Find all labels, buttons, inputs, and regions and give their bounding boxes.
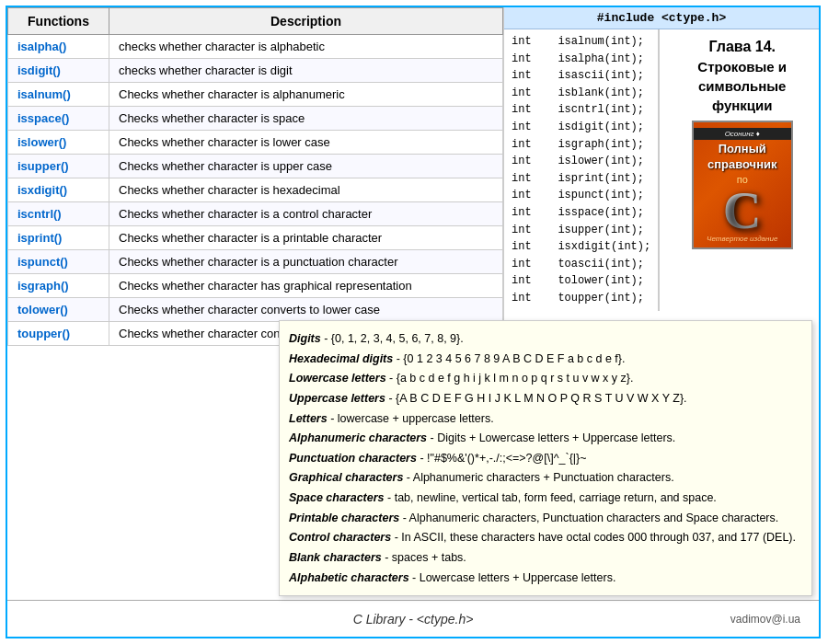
book-publisher: Осонинг ♦	[694, 128, 791, 140]
func-desc-cell: Checks whether character converts to low…	[109, 298, 503, 322]
func-desc-cell: Checks whether character is lower case	[109, 131, 503, 155]
code-func: isascii(int);	[545, 67, 650, 85]
col-functions-header: Functions	[8, 8, 109, 35]
func-name-cell: isupper()	[8, 155, 109, 178]
code-type: int	[512, 238, 545, 256]
code-func: isspace(int);	[545, 204, 650, 222]
code-type: int	[512, 85, 545, 102]
tooltip-line: Printable characters - Alphanumeric char…	[289, 509, 802, 528]
func-desc-cell: Checks whether character has graphical r…	[109, 274, 503, 298]
tooltip-overlay: Digits - {0, 1, 2, 3, 4, 5, 6, 7, 8, 9}.…	[279, 320, 812, 596]
func-name-cell: isxdigit()	[8, 178, 109, 202]
code-func: isxdigit(int);	[545, 238, 650, 256]
func-desc-cell: Checks whether character is a punctuatio…	[109, 250, 503, 274]
func-desc-cell: Checks whether character is upper case	[109, 155, 503, 178]
tooltip-line: Lowercase letters - {a b c d e f g h i j…	[289, 369, 802, 388]
book-title2: справочник	[707, 157, 777, 172]
code-type: int	[512, 101, 545, 119]
tooltip-line: Letters - lowercase + uppercase letters.	[289, 409, 802, 429]
func-name-cell: isspace()	[8, 107, 109, 131]
func-desc-cell: Checks whether character is space	[109, 107, 503, 131]
chapter-box: Глава 14. Строковые и символьные функции…	[659, 29, 819, 311]
code-func: isalpha(int);	[545, 51, 650, 68]
code-type: int	[512, 272, 545, 290]
tooltip-line: Digits - {0, 1, 2, 3, 4, 5, 6, 7, 8, 9}.	[289, 329, 802, 349]
tooltip-line: Punctuation characters - !"#$%&'()*+,-./…	[289, 449, 802, 468]
book-letter: C	[723, 187, 762, 235]
func-name-cell: ispunct()	[8, 250, 109, 274]
type-column: intintintintintintintintintintintintinti…	[512, 33, 545, 307]
tooltip-line: Alphanumeric characters - Digits + Lower…	[289, 429, 802, 448]
func-desc-cell: Checks whether character is hexadecimal	[109, 178, 503, 202]
code-func: isgraph(int);	[545, 136, 650, 154]
code-func: toascii(int);	[545, 256, 650, 273]
code-type: int	[512, 153, 545, 170]
func-desc-cell: checks whether character is digit	[109, 59, 503, 83]
code-func: isdigit(int);	[545, 119, 650, 136]
code-func: isupper(int);	[545, 222, 650, 239]
code-type: int	[512, 170, 545, 188]
func-name-cell: tolower()	[8, 298, 109, 322]
code-type: int	[512, 67, 545, 85]
code-type: int	[512, 187, 545, 204]
code-type: int	[512, 256, 545, 273]
chapter-title: Глава 14. Строковые и символьные функции	[667, 37, 817, 115]
col-description-header: Description	[109, 8, 503, 35]
tooltip-line: Control characters - In ASCII, these cha…	[289, 528, 802, 547]
func-name-cell: isalpha()	[8, 35, 109, 59]
func-name-cell: isalnum()	[8, 83, 109, 107]
func-name-cell: isgraph()	[8, 274, 109, 298]
functions-table: Functions Description isalpha()checks wh…	[7, 7, 503, 346]
func-desc-cell: Checks whether character is a printable …	[109, 226, 503, 250]
func-name-cell: isdigit()	[8, 59, 109, 83]
footer: C Library - <ctype.h> vadimov@i.ua	[7, 600, 819, 637]
code-type: int	[512, 136, 545, 154]
tooltip-line: Graphical characters - Alphanumeric char…	[289, 468, 802, 488]
tooltip-line: Space characters - tab, newline, vertica…	[289, 489, 802, 508]
code-func: toupper(int);	[545, 290, 650, 307]
footer-right-text: vadimov@i.ua	[730, 613, 800, 626]
code-functions-list: intintintintintintintintintintintintinti…	[504, 29, 658, 311]
code-type: int	[512, 290, 545, 307]
code-type: int	[512, 119, 545, 136]
right-top-area: intintintintintintintintintintintintinti…	[504, 29, 819, 311]
code-type: int	[512, 204, 545, 222]
tooltip-line: Alphabetic characters - Lowercase letter…	[289, 569, 802, 588]
book-cover: Осонинг ♦ Полный справочник по C Четверт…	[692, 121, 793, 249]
code-type: int	[512, 222, 545, 239]
main-container: Functions Description isalpha()checks wh…	[6, 6, 821, 638]
func-name-cell: toupper()	[8, 322, 109, 346]
tooltip-line: Uppercase letters - {A B C D E F G H I J…	[289, 389, 802, 408]
code-func: isalnum(int);	[545, 33, 650, 51]
tooltip-line: Hexadecimal digits - {0 1 2 3 4 5 6 7 8 …	[289, 350, 802, 369]
book-title1: Полный	[719, 142, 766, 156]
func-name-cell: iscntrl()	[8, 202, 109, 226]
code-func: tolower(int);	[545, 272, 650, 290]
code-column: intintintintintintintintintintintintinti…	[504, 29, 659, 311]
func-desc-cell: checks whether character is alphabetic	[109, 35, 503, 59]
name-column: isalnum(int); isalpha(int); isascii(int)…	[545, 33, 650, 307]
footer-center-text: C Library - <ctype.h>	[353, 612, 474, 627]
tooltip-line: Blank characters - spaces + tabs.	[289, 548, 802, 568]
code-type: int	[512, 51, 545, 68]
code-func: ispunct(int);	[545, 187, 650, 204]
func-desc-cell: Checks whether character is alphanumeric	[109, 83, 503, 107]
include-header: #include <ctype.h>	[504, 7, 819, 29]
code-func: iscntrl(int);	[545, 101, 650, 119]
code-type: int	[512, 33, 545, 51]
func-name-cell: isprint()	[8, 226, 109, 250]
func-name-cell: islower()	[8, 131, 109, 155]
code-func: isblank(int);	[545, 85, 650, 102]
code-func: isprint(int);	[545, 170, 650, 188]
code-func: islower(int);	[545, 153, 650, 170]
func-desc-cell: Checks whether character is a control ch…	[109, 202, 503, 226]
